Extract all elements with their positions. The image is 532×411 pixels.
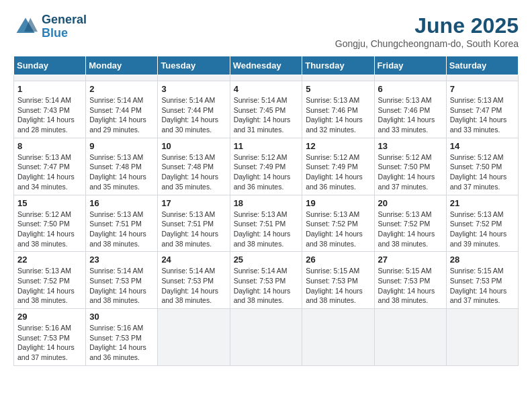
calendar-cell: 9Sunrise: 5:13 AMSunset: 7:48 PMDaylight… — [86, 138, 158, 195]
calendar-cell: 5Sunrise: 5:13 AMSunset: 7:46 PMDaylight… — [302, 81, 374, 138]
day-number: 16 — [89, 198, 154, 208]
calendar-cell: 30Sunrise: 5:16 AMSunset: 7:53 PMDayligh… — [86, 309, 158, 366]
day-info: Sunrise: 5:13 AMSunset: 7:47 PMDaylight:… — [17, 152, 82, 192]
calendar-week-row: 29Sunrise: 5:16 AMSunset: 7:53 PMDayligh… — [14, 309, 519, 366]
day-number: 7 — [450, 84, 515, 94]
page-header: General Blue June 2025 Gongju, Chungcheo… — [13, 13, 519, 49]
calendar-cell: 2Sunrise: 5:14 AMSunset: 7:44 PMDaylight… — [86, 81, 158, 138]
calendar-cell: 16Sunrise: 5:13 AMSunset: 7:51 PMDayligh… — [86, 195, 158, 252]
day-info: Sunrise: 5:16 AMSunset: 7:53 PMDaylight:… — [17, 323, 82, 363]
day-header-tuesday: Tuesday — [158, 56, 230, 75]
calendar-cell: 17Sunrise: 5:13 AMSunset: 7:51 PMDayligh… — [158, 195, 230, 252]
day-number: 25 — [234, 255, 299, 265]
calendar-cell: 28Sunrise: 5:15 AMSunset: 7:53 PMDayligh… — [446, 252, 518, 309]
day-info: Sunrise: 5:13 AMSunset: 7:47 PMDaylight:… — [450, 95, 515, 135]
day-info: Sunrise: 5:14 AMSunset: 7:45 PMDaylight:… — [234, 95, 299, 135]
day-info: Sunrise: 5:13 AMSunset: 7:52 PMDaylight:… — [17, 266, 82, 306]
day-info: Sunrise: 5:13 AMSunset: 7:51 PMDaylight:… — [161, 210, 226, 249]
day-number: 14 — [450, 141, 515, 151]
day-number: 10 — [161, 141, 226, 151]
day-info: Sunrise: 5:15 AMSunset: 7:53 PMDaylight:… — [378, 266, 443, 306]
day-header-friday: Friday — [374, 56, 446, 75]
calendar-cell: 3Sunrise: 5:14 AMSunset: 7:44 PMDaylight… — [158, 81, 230, 138]
day-number: 5 — [306, 84, 370, 94]
day-info: Sunrise: 5:14 AMSunset: 7:44 PMDaylight:… — [161, 95, 226, 135]
day-info: Sunrise: 5:13 AMSunset: 7:51 PMDaylight:… — [234, 210, 299, 249]
day-number: 30 — [89, 312, 154, 322]
day-number: 3 — [161, 84, 226, 94]
calendar-cell: 29Sunrise: 5:16 AMSunset: 7:53 PMDayligh… — [14, 309, 86, 366]
calendar-cell: 8Sunrise: 5:13 AMSunset: 7:47 PMDaylight… — [14, 138, 86, 195]
calendar-cell: 22Sunrise: 5:13 AMSunset: 7:52 PMDayligh… — [14, 252, 86, 309]
calendar-week-row: 15Sunrise: 5:12 AMSunset: 7:50 PMDayligh… — [14, 195, 519, 252]
day-info: Sunrise: 5:12 AMSunset: 7:49 PMDaylight:… — [234, 152, 299, 192]
calendar-cell: 6Sunrise: 5:13 AMSunset: 7:46 PMDaylight… — [374, 81, 446, 138]
title-area: June 2025 Gongju, Chungcheongnam-do, Sou… — [335, 13, 519, 49]
day-header-saturday: Saturday — [446, 56, 518, 75]
calendar-header: SundayMondayTuesdayWednesdayThursdayFrid… — [14, 56, 519, 75]
calendar-cell — [374, 75, 446, 81]
day-number: 28 — [450, 255, 515, 265]
day-number: 15 — [17, 198, 82, 208]
calendar-cell — [302, 309, 374, 366]
calendar-cell — [446, 75, 518, 81]
day-info: Sunrise: 5:13 AMSunset: 7:51 PMDaylight:… — [89, 210, 154, 249]
day-info: Sunrise: 5:12 AMSunset: 7:50 PMDaylight:… — [17, 210, 82, 249]
day-header-wednesday: Wednesday — [230, 56, 302, 75]
day-info: Sunrise: 5:13 AMSunset: 7:46 PMDaylight:… — [306, 95, 370, 135]
calendar-week-row — [14, 75, 519, 81]
calendar-header-row: SundayMondayTuesdayWednesdayThursdayFrid… — [14, 56, 519, 75]
calendar-cell: 10Sunrise: 5:13 AMSunset: 7:48 PMDayligh… — [158, 138, 230, 195]
day-number: 20 — [378, 198, 443, 208]
day-info: Sunrise: 5:13 AMSunset: 7:52 PMDaylight:… — [450, 210, 515, 249]
calendar-cell: 13Sunrise: 5:12 AMSunset: 7:50 PMDayligh… — [374, 138, 446, 195]
calendar-cell — [230, 309, 302, 366]
day-number: 4 — [234, 84, 299, 94]
calendar-cell: 18Sunrise: 5:13 AMSunset: 7:51 PMDayligh… — [230, 195, 302, 252]
calendar-cell — [14, 75, 86, 81]
logo-line1: General — [42, 13, 87, 27]
calendar-cell — [86, 75, 158, 81]
calendar-cell: 27Sunrise: 5:15 AMSunset: 7:53 PMDayligh… — [374, 252, 446, 309]
calendar-table: SundayMondayTuesdayWednesdayThursdayFrid… — [13, 56, 519, 366]
day-number: 18 — [234, 198, 299, 208]
day-number: 1 — [17, 84, 82, 94]
day-info: Sunrise: 5:13 AMSunset: 7:48 PMDaylight:… — [161, 152, 226, 192]
calendar-cell: 19Sunrise: 5:13 AMSunset: 7:52 PMDayligh… — [302, 195, 374, 252]
day-number: 27 — [378, 255, 443, 265]
day-header-monday: Monday — [86, 56, 158, 75]
day-number: 6 — [378, 84, 443, 94]
day-info: Sunrise: 5:14 AMSunset: 7:53 PMDaylight:… — [89, 266, 154, 306]
day-info: Sunrise: 5:12 AMSunset: 7:49 PMDaylight:… — [306, 152, 370, 192]
day-number: 21 — [450, 198, 515, 208]
calendar-cell: 26Sunrise: 5:15 AMSunset: 7:53 PMDayligh… — [302, 252, 374, 309]
day-number: 17 — [161, 198, 226, 208]
day-number: 26 — [306, 255, 370, 265]
day-info: Sunrise: 5:15 AMSunset: 7:53 PMDaylight:… — [306, 266, 370, 306]
day-number: 24 — [161, 255, 226, 265]
calendar-cell: 21Sunrise: 5:13 AMSunset: 7:52 PMDayligh… — [446, 195, 518, 252]
calendar-cell: 25Sunrise: 5:14 AMSunset: 7:53 PMDayligh… — [230, 252, 302, 309]
location-subtitle: Gongju, Chungcheongnam-do, South Korea — [335, 38, 519, 49]
calendar-cell: 14Sunrise: 5:12 AMSunset: 7:50 PMDayligh… — [446, 138, 518, 195]
day-number: 23 — [89, 255, 154, 265]
calendar-week-row: 22Sunrise: 5:13 AMSunset: 7:52 PMDayligh… — [14, 252, 519, 309]
day-info: Sunrise: 5:13 AMSunset: 7:52 PMDaylight:… — [378, 210, 443, 249]
day-info: Sunrise: 5:14 AMSunset: 7:44 PMDaylight:… — [89, 95, 154, 135]
calendar-week-row: 1Sunrise: 5:14 AMSunset: 7:43 PMDaylight… — [14, 81, 519, 138]
month-title: June 2025 — [335, 13, 519, 38]
day-info: Sunrise: 5:12 AMSunset: 7:50 PMDaylight:… — [378, 152, 443, 192]
day-info: Sunrise: 5:12 AMSunset: 7:50 PMDaylight:… — [450, 152, 515, 192]
calendar-cell: 12Sunrise: 5:12 AMSunset: 7:49 PMDayligh… — [302, 138, 374, 195]
day-info: Sunrise: 5:13 AMSunset: 7:46 PMDaylight:… — [378, 95, 443, 135]
day-info: Sunrise: 5:14 AMSunset: 7:43 PMDaylight:… — [17, 95, 82, 135]
day-number: 8 — [17, 141, 82, 151]
day-info: Sunrise: 5:13 AMSunset: 7:48 PMDaylight:… — [89, 152, 154, 192]
day-number: 12 — [306, 141, 370, 151]
calendar-cell: 20Sunrise: 5:13 AMSunset: 7:52 PMDayligh… — [374, 195, 446, 252]
calendar-cell — [230, 75, 302, 81]
calendar-cell — [446, 309, 518, 366]
day-header-thursday: Thursday — [302, 56, 374, 75]
day-header-sunday: Sunday — [14, 56, 86, 75]
calendar-cell — [158, 309, 230, 366]
